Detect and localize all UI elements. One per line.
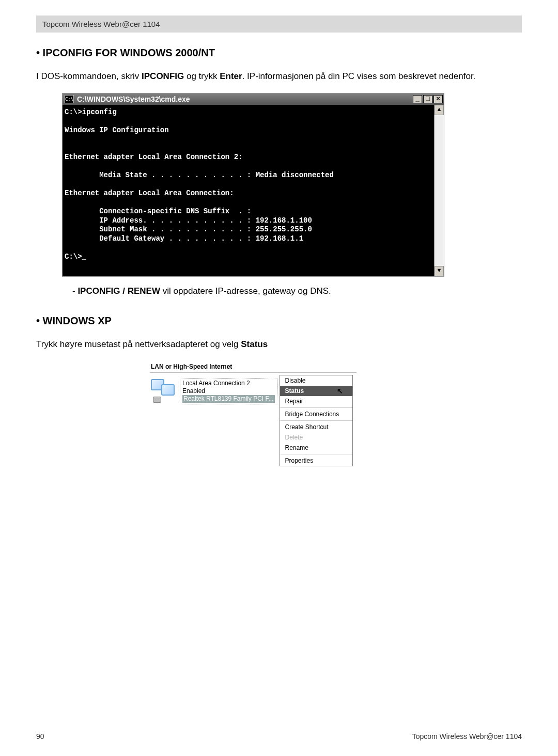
section1-intro: I DOS-kommandoen, skriv IPCONFIG og tryk… xyxy=(36,70,522,83)
section-title-ipconfig: • IPCONFIG FOR WINDOWS 2000/NT xyxy=(36,47,522,59)
maximize-button[interactable]: □ xyxy=(423,95,432,103)
xp-network-panel: LAN or High-Speed Internet Local Area Co… xyxy=(150,361,357,466)
close-button[interactable]: × xyxy=(433,95,443,103)
scroll-down-button[interactable]: ▼ xyxy=(435,266,444,276)
footer-brand: Topcom Wireless Webr@cer 1104 xyxy=(412,732,522,741)
minimize-button[interactable]: _ xyxy=(413,95,422,103)
context-menu: Disable Status ↖ Repair Bridge Connectio… xyxy=(280,375,353,466)
menu-item-status[interactable]: Status ↖ xyxy=(280,386,352,396)
menu-separator xyxy=(280,420,352,421)
menu-separator xyxy=(280,407,352,408)
cmd-titlebar[interactable]: C:\ C:\WINDOWS\System32\cmd.exe _ □ × xyxy=(63,93,444,105)
menu-separator xyxy=(280,454,352,454)
section2-intro: Trykk høyre musetast på nettverksadapter… xyxy=(36,338,522,351)
menu-item-bridge[interactable]: Bridge Connections xyxy=(280,409,352,419)
cmd-prompt-icon: C:\ xyxy=(65,95,74,103)
cursor-icon: ↖ xyxy=(337,387,343,395)
scroll-up-button[interactable]: ▲ xyxy=(435,105,444,115)
cmd-title: C:\WINDOWS\System32\cmd.exe xyxy=(77,95,412,103)
network-connection-icon[interactable] xyxy=(150,378,178,403)
section-title-winxp: • WINDOWS XP xyxy=(36,315,522,327)
menu-item-rename[interactable]: Rename xyxy=(280,443,352,453)
cmd-window: C:\ C:\WINDOWS\System32\cmd.exe _ □ × C:… xyxy=(62,93,444,277)
page-header: Topcom Wireless Webr@cer 1104 xyxy=(36,15,522,33)
page-number: 90 xyxy=(36,732,44,741)
cmd-output: C:\>ipconfig Windows IP Configuration Et… xyxy=(63,105,434,276)
xp-panel-header: LAN or High-Speed Internet xyxy=(150,361,357,373)
connection-info[interactable]: Local Area Connection 2 Enabled Realtek … xyxy=(180,378,277,404)
menu-item-delete: Delete xyxy=(280,432,352,443)
menu-item-shortcut[interactable]: Create Shortcut xyxy=(280,422,352,432)
scroll-track[interactable] xyxy=(435,115,444,266)
menu-item-repair[interactable]: Repair xyxy=(280,396,352,406)
menu-item-properties[interactable]: Properties xyxy=(280,455,352,466)
ipconfig-renew-note: - IPCONFIG / RENEW vil oppdatere IP-adre… xyxy=(72,286,522,296)
menu-item-disable[interactable]: Disable xyxy=(280,375,352,386)
scrollbar[interactable]: ▲ ▼ xyxy=(434,105,444,276)
